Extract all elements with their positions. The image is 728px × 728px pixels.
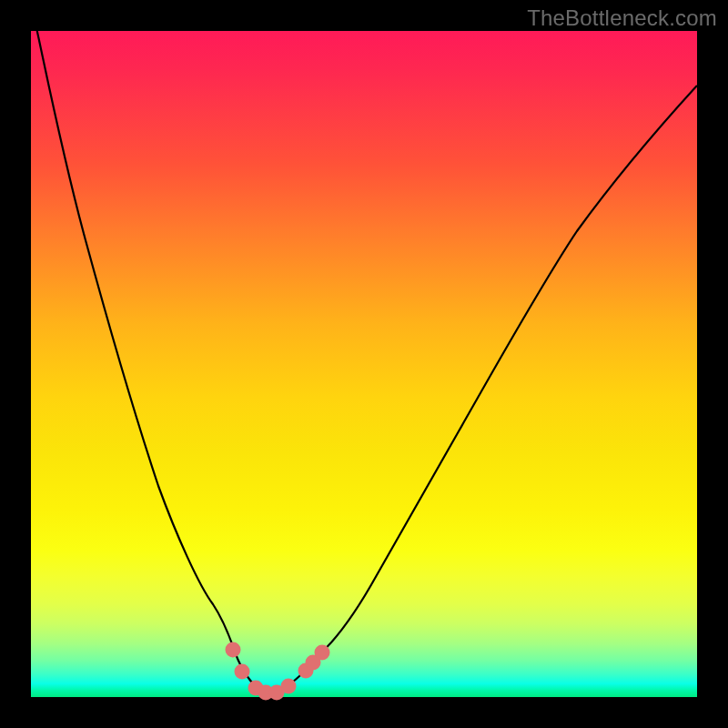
chart-frame: TheBottleneck.com [0,0,728,728]
watermark-text: TheBottleneck.com [527,5,717,31]
marker [281,679,297,694]
marker [315,645,330,661]
curve-layer [31,31,697,697]
marker [226,642,241,658]
marker [235,664,250,680]
bottleneck-curve [31,4,697,693]
marker-group [226,642,330,701]
plot-area [31,31,697,697]
